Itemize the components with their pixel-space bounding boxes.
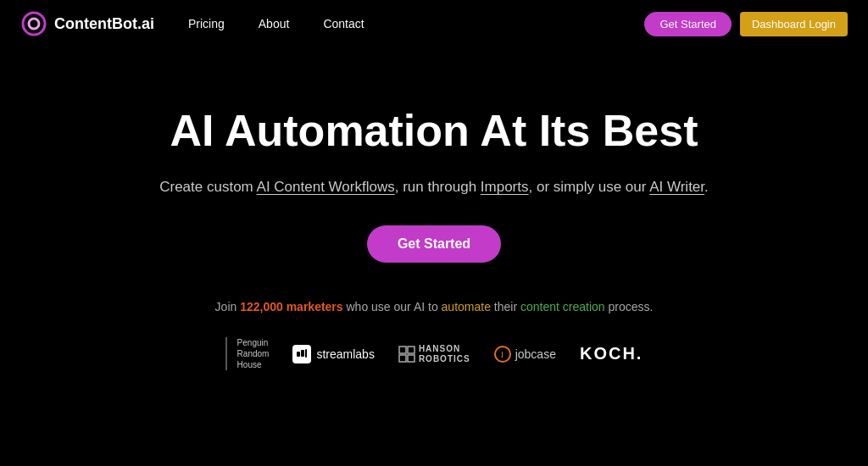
subtitle-link-imports[interactable]: Imports — [481, 179, 529, 195]
subtitle-text-3: , or simply use our — [529, 179, 650, 195]
subtitle-link-ai-writer[interactable]: AI Writer — [649, 179, 704, 195]
nav-link-contact[interactable]: Contact — [323, 17, 364, 31]
hero-subtitle: Create custom AI Content Workflows, run … — [159, 175, 709, 198]
social-proof-number: 122,000 — [240, 300, 283, 313]
nav-dashboard-login-button[interactable]: Dashboard Login — [740, 12, 848, 36]
penguin-text: Penguin Random House — [237, 337, 270, 370]
svg-point-1 — [29, 19, 39, 29]
svg-rect-6 — [408, 347, 415, 353]
social-proof-number-label: marketers — [283, 300, 343, 313]
logo-streamlabs: streamlabs — [292, 345, 374, 363]
nav-get-started-button[interactable]: Get Started — [644, 12, 731, 36]
svg-rect-3 — [301, 350, 304, 357]
logo-icon — [20, 10, 47, 37]
social-proof-between: their — [491, 300, 520, 313]
logo[interactable]: ContentBot.ai — [20, 10, 154, 37]
subtitle-text-4: . — [704, 179, 709, 195]
nav-actions: Get Started Dashboard Login — [644, 12, 848, 36]
social-proof-suffix: process. — [605, 300, 654, 313]
svg-point-0 — [23, 13, 45, 35]
nav-link-about[interactable]: About — [259, 17, 290, 31]
hero-section: AI Automation At Its Best Create custom … — [0, 47, 868, 263]
jobcase-label: jobcase — [515, 347, 556, 361]
logo-koch: KOCH. — [580, 344, 643, 363]
jobcase-icon: j — [494, 346, 511, 363]
social-proof-content: content creation — [520, 300, 605, 313]
logo-jobcase: j jobcase — [494, 346, 556, 363]
hanson-icon — [398, 346, 415, 363]
logo-penguin: Penguin Random House — [225, 337, 270, 370]
social-proof: Join 122,000 marketers who use our AI to… — [0, 300, 868, 313]
social-proof-automate: automate — [442, 300, 491, 313]
streamlabs-icon — [292, 345, 311, 363]
hero-title: AI Automation At Its Best — [170, 107, 698, 155]
hero-get-started-button[interactable]: Get Started — [367, 225, 501, 263]
nav-link-pricing[interactable]: Pricing — [188, 17, 225, 31]
nav-links: Pricing About Contact — [188, 17, 364, 31]
svg-rect-7 — [399, 355, 406, 362]
subtitle-text-1: Create custom — [159, 179, 256, 195]
streamlabs-label: streamlabs — [316, 347, 374, 361]
svg-rect-2 — [297, 352, 300, 357]
logo-text: ContentBot.ai — [54, 15, 154, 33]
subtitle-text-2: , run through — [395, 179, 481, 195]
subtitle-link-workflows[interactable]: AI Content Workflows — [257, 179, 395, 195]
svg-rect-8 — [408, 355, 415, 362]
svg-rect-4 — [305, 349, 307, 358]
navbar: ContentBot.ai Pricing About Contact Get … — [0, 0, 868, 47]
logo-hanson: HANSON ROBOTICS — [398, 344, 470, 364]
social-proof-prefix: Join — [215, 300, 241, 313]
social-proof-middle: who use our AI to — [343, 300, 442, 313]
partner-logos: Penguin Random House streamlabs HANSON — [0, 337, 868, 370]
svg-rect-5 — [399, 347, 406, 353]
